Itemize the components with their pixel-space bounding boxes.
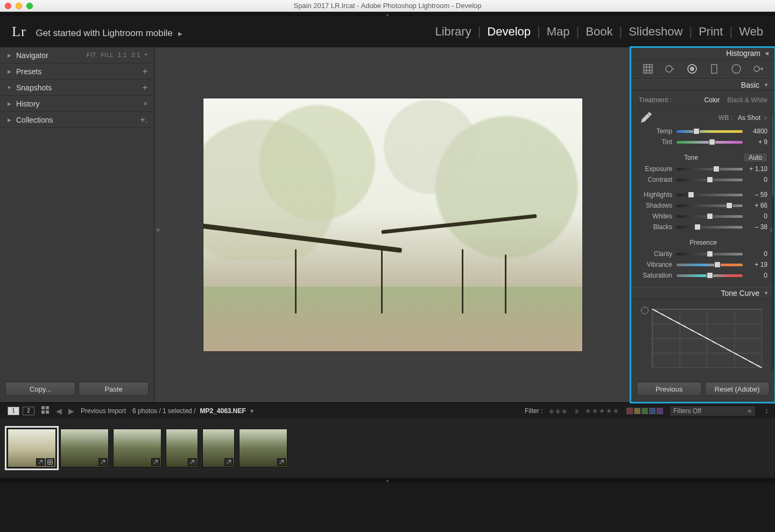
add-preset-icon[interactable]: + bbox=[143, 67, 147, 76]
filmstrip-thumb[interactable] bbox=[8, 429, 56, 467]
tone-curve-body bbox=[631, 299, 775, 378]
graduated-filter-tool-icon[interactable] bbox=[706, 61, 722, 77]
contrast-value[interactable]: 0 bbox=[747, 176, 767, 183]
blacks-value[interactable]: – 38 bbox=[747, 223, 767, 231]
slider-blacks[interactable]: Blacks– 38 bbox=[639, 222, 767, 232]
panel-presets[interactable]: ▶ Presets + bbox=[0, 63, 154, 80]
copy-settings-button[interactable]: Copy... bbox=[5, 382, 75, 396]
previous-button[interactable]: Previous bbox=[637, 382, 702, 396]
module-library[interactable]: Library bbox=[435, 25, 471, 39]
zoom-fit[interactable]: FIT bbox=[87, 52, 96, 58]
lightroom-mobile-link[interactable]: Get started with Lightroom mobile ▶ bbox=[36, 28, 182, 39]
crop-tool-icon[interactable] bbox=[640, 61, 656, 77]
slider-whites[interactable]: Whites0 bbox=[639, 211, 767, 222]
panel-basic[interactable]: Basic ▼ bbox=[631, 79, 775, 91]
module-slideshow[interactable]: Slideshow bbox=[629, 25, 682, 39]
right-panel-scrollbar[interactable] bbox=[772, 112, 774, 370]
color-label-filter[interactable] bbox=[626, 408, 663, 414]
photo-count: 6 photos / 1 selected / bbox=[132, 407, 195, 415]
panel-histogram[interactable]: Histogram ◀ bbox=[631, 47, 775, 60]
window-minimize-button[interactable] bbox=[16, 3, 22, 9]
module-book[interactable]: Book bbox=[586, 25, 612, 39]
window-close-button[interactable] bbox=[5, 3, 11, 9]
color-purple[interactable] bbox=[657, 408, 663, 414]
saturation-value[interactable]: 0 bbox=[747, 272, 767, 279]
popup-caret-icon: ≎ bbox=[748, 408, 752, 414]
bottom-panel-grip[interactable] bbox=[0, 478, 775, 483]
whites-value[interactable]: 0 bbox=[747, 212, 767, 220]
panel-history[interactable]: ▶ History × bbox=[0, 96, 154, 112]
filter-preset-popup[interactable]: Filters Off ≎ bbox=[670, 406, 756, 416]
flag-filter-icons[interactable]: ◈◈◈ bbox=[549, 407, 568, 415]
auto-tone-button[interactable]: Auto bbox=[743, 153, 767, 162]
radial-filter-tool-icon[interactable] bbox=[728, 61, 744, 77]
panel-collections[interactable]: ▶ Collections +. bbox=[0, 112, 154, 128]
file-caret-icon[interactable]: ▾ bbox=[250, 407, 253, 415]
nav-forward-icon[interactable]: ▶ bbox=[68, 407, 74, 415]
spot-removal-tool-icon[interactable] bbox=[662, 61, 678, 77]
filmstrip-thumb[interactable] bbox=[60, 429, 109, 467]
adjustment-brush-tool-icon[interactable] bbox=[750, 61, 766, 77]
color-green[interactable] bbox=[642, 408, 648, 414]
slider-exposure[interactable]: Exposure+ 1.10 bbox=[639, 164, 767, 174]
filmstrip-thumb[interactable] bbox=[202, 429, 235, 467]
filmstrip-thumb[interactable] bbox=[113, 429, 161, 467]
slider-shadows[interactable]: Shadows+ 66 bbox=[639, 200, 767, 211]
grid-view-icon[interactable] bbox=[41, 406, 50, 416]
slider-highlights[interactable]: Highlights– 59 bbox=[639, 189, 767, 200]
zoom-caret-icon[interactable]: ▾ bbox=[145, 52, 147, 58]
slider-vibrance[interactable]: Vibrance+ 19 bbox=[639, 259, 767, 270]
add-snapshot-icon[interactable]: + bbox=[143, 83, 147, 93]
panel-navigator[interactable]: ▶ Navigator FIT FILL 1:1 3:1 ▾ bbox=[0, 47, 154, 63]
secondary-display-2[interactable]: 2 bbox=[23, 407, 34, 415]
slider-saturation[interactable]: Saturation0 bbox=[639, 270, 767, 281]
clear-history-icon[interactable]: × bbox=[143, 100, 147, 108]
filter-lock-icon[interactable]: ⟟ bbox=[765, 407, 767, 415]
zoom-fill[interactable]: FILL bbox=[101, 52, 114, 58]
window-zoom-button[interactable] bbox=[26, 3, 33, 9]
filmstrip-thumb[interactable] bbox=[166, 429, 198, 467]
treatment-color[interactable]: Color bbox=[704, 96, 720, 104]
shadows-value[interactable]: + 66 bbox=[747, 202, 767, 209]
color-blue[interactable] bbox=[649, 408, 656, 414]
filmstrip[interactable] bbox=[0, 418, 775, 478]
filmstrip-thumb[interactable] bbox=[239, 429, 287, 467]
left-panel-grip[interactable]: ◀ bbox=[154, 225, 160, 235]
rating-ge[interactable]: ≥ bbox=[575, 407, 579, 415]
module-develop[interactable]: Develop bbox=[487, 25, 531, 39]
panel-tone-curve[interactable]: Tone Curve ▼ bbox=[631, 287, 775, 299]
clarity-value[interactable]: 0 bbox=[747, 250, 767, 258]
slider-tint[interactable]: Tint + 9 bbox=[639, 137, 767, 147]
vibrance-value[interactable]: + 19 bbox=[747, 261, 767, 268]
targeted-adjustment-icon[interactable] bbox=[641, 307, 649, 314]
panel-snapshots[interactable]: ▼ Snapshots + bbox=[0, 80, 154, 96]
white-balance-eyedropper-icon[interactable] bbox=[639, 110, 655, 126]
reset-button[interactable]: Reset (Adobe) bbox=[705, 382, 770, 396]
module-map[interactable]: Map bbox=[547, 25, 570, 39]
source-indicator[interactable]: Previous Import bbox=[81, 407, 126, 415]
secondary-display-1[interactable]: 1 bbox=[8, 407, 19, 415]
contrast-label: Contrast bbox=[639, 176, 672, 183]
slider-temp[interactable]: Temp 4800 bbox=[639, 126, 767, 137]
exposure-value[interactable]: + 1.10 bbox=[747, 165, 767, 173]
loupe-view[interactable]: ◀ bbox=[154, 47, 631, 402]
module-web[interactable]: Web bbox=[739, 25, 763, 39]
zoom-3to1[interactable]: 3:1 bbox=[131, 52, 140, 58]
color-red[interactable] bbox=[626, 408, 633, 414]
nav-back-icon[interactable]: ◀ bbox=[56, 407, 62, 415]
wb-preset-popup[interactable]: As Shot ≎ bbox=[738, 114, 767, 122]
redeye-tool-icon[interactable] bbox=[684, 61, 700, 77]
paste-settings-button[interactable]: Paste bbox=[79, 382, 149, 396]
slider-contrast[interactable]: Contrast0 bbox=[639, 174, 767, 185]
slider-clarity[interactable]: Clarity0 bbox=[639, 249, 767, 259]
color-yellow[interactable] bbox=[634, 408, 640, 414]
temp-value[interactable]: 4800 bbox=[747, 127, 767, 135]
rating-filter[interactable]: ★★★★★ bbox=[585, 407, 620, 415]
module-print[interactable]: Print bbox=[699, 25, 723, 39]
add-collection-icon[interactable]: +. bbox=[140, 115, 147, 125]
highlights-value[interactable]: – 59 bbox=[747, 191, 767, 198]
zoom-1to1[interactable]: 1:1 bbox=[118, 52, 127, 58]
treatment-bw[interactable]: Black & White bbox=[727, 96, 767, 104]
tint-value[interactable]: + 9 bbox=[747, 138, 767, 146]
top-panel-grip[interactable] bbox=[0, 12, 775, 16]
